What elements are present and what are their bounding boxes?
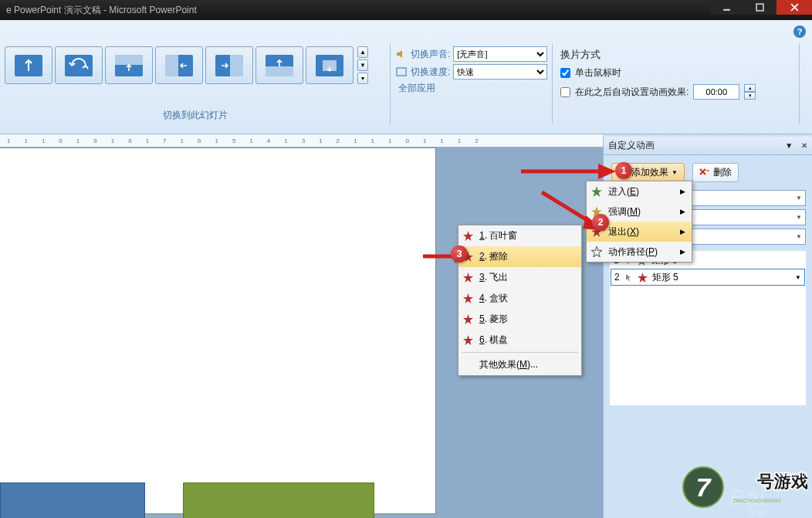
time-up-button[interactable]: ▲	[744, 84, 756, 92]
annotation-badge-1: 1	[615, 162, 632, 179]
auto-after-label: 在此之后自动设置动画效果:	[575, 86, 689, 99]
svg-rect-1	[756, 4, 763, 11]
minimize-button[interactable]	[710, 0, 743, 15]
sound-select[interactable]: [无声音]	[453, 46, 547, 62]
transition-thumb-7[interactable]	[306, 46, 354, 84]
group-label-transition: 切换到此幻灯片	[0, 109, 390, 122]
advance-title: 换片方式	[560, 48, 791, 62]
star-red-icon	[463, 293, 473, 303]
apply-all-button[interactable]: 全部应用	[395, 82, 547, 95]
svg-rect-7	[165, 55, 178, 76]
horizontal-ruler: 1110191817161514131211101112	[0, 134, 603, 147]
exit-effect-3[interactable]: 3. 飞出	[458, 267, 581, 288]
title-text: e PowerPoint 演示文稿 - Microsoft PowerPoint	[6, 4, 197, 17]
gallery-up-button[interactable]: ▲	[357, 46, 368, 58]
exit-effects-menu: 1. 百叶窗 2. 擦除 3. 飞出 4. 盒状 5. 菱形 6. 棋盘 其他效…	[458, 225, 582, 376]
star-red-icon	[463, 314, 473, 324]
transition-thumb-1[interactable]	[5, 46, 52, 84]
svg-rect-11	[266, 66, 293, 76]
transition-thumb-4[interactable]	[155, 46, 203, 84]
anim-item-2[interactable]: 2 矩形 5 ▼	[611, 269, 805, 286]
star-red-icon	[463, 335, 473, 345]
annotation-arrow-1	[517, 161, 617, 182]
gallery-scroll: ▲ ▼ ▾	[357, 46, 368, 84]
time-down-button[interactable]: ▼	[744, 92, 756, 100]
panel-menu-arrow-icon[interactable]: ▼	[785, 141, 793, 150]
exit-effect-6[interactable]: 6. 棋盘	[458, 330, 581, 350]
gallery-more-button[interactable]: ▾	[357, 73, 368, 84]
slide-canvas[interactable]	[0, 147, 436, 514]
auto-after-time[interactable]	[693, 84, 739, 100]
exit-effect-2[interactable]: 2. 擦除	[458, 246, 581, 267]
window-buttons	[710, 0, 812, 15]
panel-close-icon[interactable]: ✕	[801, 141, 807, 150]
svg-rect-14	[397, 68, 406, 76]
title-bar: e PowerPoint 演示文稿 - Microsoft PowerPoint	[0, 0, 812, 20]
star-red-icon	[638, 273, 648, 283]
on-click-checkbox[interactable]	[560, 68, 570, 78]
quick-bar: ?	[0, 20, 812, 43]
star-red-icon	[463, 273, 473, 283]
delete-icon	[699, 168, 710, 178]
gallery-down-button[interactable]: ▼	[357, 59, 368, 71]
animation-list: 1 矩形 5 2 矩形 5 ▼	[610, 251, 806, 405]
transition-sound-speed-group: 切换声音: [无声音] 切换速度: 快速 全部应用	[391, 43, 553, 124]
transition-thumb-5[interactable]	[205, 46, 253, 84]
maximize-button[interactable]	[743, 0, 776, 15]
svg-text:xiayx.com: xiayx.com	[780, 470, 807, 478]
on-click-label: 单击鼠标时	[575, 66, 621, 80]
speed-select[interactable]: 快速	[453, 64, 547, 80]
mouse-icon	[624, 273, 633, 282]
speed-label: 切换速度:	[411, 66, 450, 79]
svg-rect-9	[230, 55, 243, 76]
exit-effect-4[interactable]: 4. 盒状	[458, 288, 581, 309]
star-outline-icon	[591, 246, 602, 257]
exit-effect-5[interactable]: 5. 菱形	[458, 309, 581, 330]
svg-rect-0	[723, 9, 730, 11]
transition-thumb-6[interactable]	[255, 46, 303, 84]
close-button[interactable]	[776, 0, 812, 15]
ribbon: ? ▲ ▼ ▾ 切换到此幻灯片 切换声音:	[0, 20, 812, 134]
annotation-badge-2: 2	[592, 214, 609, 231]
sound-icon	[395, 48, 408, 60]
speed-icon	[395, 66, 408, 78]
annotation-badge-3: 3	[451, 245, 468, 262]
svg-text:7: 7	[696, 472, 712, 502]
transition-thumb-3[interactable]	[105, 46, 153, 84]
svg-rect-5	[115, 55, 143, 65]
shape-rectangle-green[interactable]	[183, 482, 374, 518]
sound-label: 切换声音:	[411, 48, 450, 61]
effect-path[interactable]: 动作路径(P)▶	[587, 242, 692, 262]
delete-effect-button[interactable]: 删除	[692, 163, 739, 182]
auto-after-checkbox[interactable]	[560, 87, 570, 97]
transition-thumb-2[interactable]	[55, 46, 103, 84]
panel-header: 自定义动画 ▼ ✕	[604, 137, 812, 155]
svg-text:ZHAOYOUXIWANG: ZHAOYOUXIWANG	[732, 498, 781, 503]
exit-effect-more[interactable]: 其他效果(M)...	[458, 354, 581, 375]
shape-rectangle-blue[interactable]	[0, 482, 145, 518]
advance-slide-group: 换片方式 单击鼠标时 在此之后自动设置动画效果: ▲ ▼	[553, 43, 800, 124]
star-red-icon	[463, 231, 473, 241]
transition-gallery-group: ▲ ▼ ▾ 切换到此幻灯片	[0, 43, 391, 124]
help-icon[interactable]: ?	[793, 25, 806, 38]
site-logo: 7 号游戏 xiayx.com ZHAOYOUXIWANG	[680, 464, 807, 513]
